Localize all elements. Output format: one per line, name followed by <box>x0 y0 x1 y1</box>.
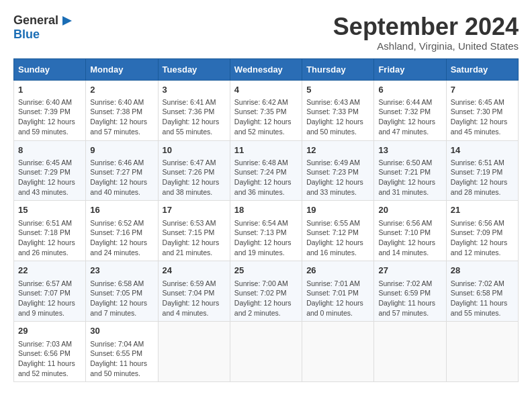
cell-info: Sunrise: 6:50 AMSunset: 7:21 PMDaylight:… <box>378 158 441 197</box>
calendar-cell: 11Sunrise: 6:48 AMSunset: 7:24 PMDayligh… <box>230 140 302 201</box>
cell-info: Sunrise: 6:52 AMSunset: 7:16 PMDaylight:… <box>90 218 153 258</box>
logo-arrow-icon <box>60 13 75 28</box>
calendar-cell: 23Sunrise: 6:58 AMSunset: 7:05 PMDayligh… <box>86 261 158 322</box>
day-number: 29 <box>18 325 81 337</box>
header-friday: Friday <box>374 58 446 80</box>
day-number: 24 <box>163 265 226 277</box>
calendar-cell: 9Sunrise: 6:46 AMSunset: 7:27 PMDaylight… <box>86 140 158 201</box>
page-header: General Blue September 2024 Ashland, Vir… <box>13 13 519 52</box>
day-number: 10 <box>163 144 226 156</box>
day-number: 13 <box>378 144 441 156</box>
cell-info: Sunrise: 6:42 AMSunset: 7:35 PMDaylight:… <box>234 97 298 137</box>
calendar-cell: 26Sunrise: 7:01 AMSunset: 7:01 PMDayligh… <box>302 261 374 322</box>
cell-info: Sunrise: 6:43 AMSunset: 7:33 PMDaylight:… <box>306 97 369 137</box>
day-number: 4 <box>234 84 298 96</box>
day-number: 23 <box>90 265 153 277</box>
calendar-cell: 19Sunrise: 6:55 AMSunset: 7:12 PMDayligh… <box>302 201 374 261</box>
cell-info: Sunrise: 6:49 AMSunset: 7:23 PMDaylight:… <box>306 158 369 197</box>
calendar-cell: 30Sunrise: 7:04 AMSunset: 6:55 PMDayligh… <box>86 322 158 382</box>
calendar-cell: 6Sunrise: 6:44 AMSunset: 7:32 PMDaylight… <box>374 80 446 140</box>
day-number: 30 <box>90 325 153 337</box>
cell-info: Sunrise: 7:00 AMSunset: 7:02 PMDaylight:… <box>234 279 298 318</box>
day-number: 28 <box>451 265 514 277</box>
calendar-cell: 16Sunrise: 6:52 AMSunset: 7:16 PMDayligh… <box>86 201 158 261</box>
day-number: 15 <box>18 204 81 216</box>
calendar-table: SundayMondayTuesdayWednesdayThursdayFrid… <box>13 58 519 383</box>
day-number: 1 <box>18 84 81 96</box>
cell-info: Sunrise: 6:41 AMSunset: 7:36 PMDaylight:… <box>163 97 226 137</box>
header-sunday: Sunday <box>14 58 86 80</box>
calendar-cell: 8Sunrise: 6:45 AMSunset: 7:29 PMDaylight… <box>14 140 86 201</box>
header-tuesday: Tuesday <box>158 58 230 80</box>
calendar-cell <box>374 322 446 382</box>
cell-info: Sunrise: 6:40 AMSunset: 7:38 PMDaylight:… <box>90 97 153 137</box>
cell-info: Sunrise: 7:01 AMSunset: 7:01 PMDaylight:… <box>306 279 369 318</box>
calendar-cell <box>302 322 374 382</box>
logo: General Blue <box>13 13 75 42</box>
day-number: 11 <box>234 144 298 156</box>
calendar-cell: 14Sunrise: 6:51 AMSunset: 7:19 PMDayligh… <box>446 140 518 201</box>
calendar-cell: 17Sunrise: 6:53 AMSunset: 7:15 PMDayligh… <box>158 201 230 261</box>
day-number: 12 <box>306 144 369 156</box>
cell-info: Sunrise: 6:46 AMSunset: 7:27 PMDaylight:… <box>90 158 153 197</box>
location: Ashland, Virginia, United States <box>333 40 519 52</box>
cell-info: Sunrise: 7:03 AMSunset: 6:56 PMDaylight:… <box>18 339 81 379</box>
calendar-cell: 4Sunrise: 6:42 AMSunset: 7:35 PMDaylight… <box>230 80 302 140</box>
calendar-cell: 25Sunrise: 7:00 AMSunset: 7:02 PMDayligh… <box>230 261 302 322</box>
calendar-cell: 7Sunrise: 6:45 AMSunset: 7:30 PMDaylight… <box>446 80 518 140</box>
month-title: September 2024 <box>333 13 519 40</box>
header-thursday: Thursday <box>302 58 374 80</box>
cell-info: Sunrise: 6:56 AMSunset: 7:09 PMDaylight:… <box>451 218 514 258</box>
calendar-cell: 1Sunrise: 6:40 AMSunset: 7:39 PMDaylight… <box>14 80 86 140</box>
calendar-week-3: 15Sunrise: 6:51 AMSunset: 7:18 PMDayligh… <box>14 201 519 261</box>
cell-info: Sunrise: 7:02 AMSunset: 6:59 PMDaylight:… <box>378 279 441 318</box>
cell-info: Sunrise: 7:02 AMSunset: 6:58 PMDaylight:… <box>451 279 514 318</box>
calendar-cell: 18Sunrise: 6:54 AMSunset: 7:13 PMDayligh… <box>230 201 302 261</box>
day-number: 26 <box>306 265 369 277</box>
day-number: 8 <box>18 144 81 156</box>
calendar-cell: 12Sunrise: 6:49 AMSunset: 7:23 PMDayligh… <box>302 140 374 201</box>
cell-info: Sunrise: 6:44 AMSunset: 7:32 PMDaylight:… <box>378 97 441 137</box>
calendar-cell: 13Sunrise: 6:50 AMSunset: 7:21 PMDayligh… <box>374 140 446 201</box>
calendar-cell: 21Sunrise: 6:56 AMSunset: 7:09 PMDayligh… <box>446 201 518 261</box>
day-number: 6 <box>378 84 441 96</box>
day-number: 18 <box>234 204 298 216</box>
calendar-week-4: 22Sunrise: 6:57 AMSunset: 7:07 PMDayligh… <box>14 261 519 322</box>
calendar-cell: 22Sunrise: 6:57 AMSunset: 7:07 PMDayligh… <box>14 261 86 322</box>
cell-info: Sunrise: 6:51 AMSunset: 7:18 PMDaylight:… <box>18 218 81 258</box>
day-number: 25 <box>234 265 298 277</box>
cell-info: Sunrise: 7:04 AMSunset: 6:55 PMDaylight:… <box>90 339 153 379</box>
calendar-cell <box>446 322 518 382</box>
cell-info: Sunrise: 6:53 AMSunset: 7:15 PMDaylight:… <box>163 218 226 258</box>
calendar-header-row: SundayMondayTuesdayWednesdayThursdayFrid… <box>14 58 519 80</box>
calendar-cell: 27Sunrise: 7:02 AMSunset: 6:59 PMDayligh… <box>374 261 446 322</box>
day-number: 21 <box>451 204 514 216</box>
calendar-cell: 2Sunrise: 6:40 AMSunset: 7:38 PMDaylight… <box>86 80 158 140</box>
day-number: 27 <box>378 265 441 277</box>
cell-info: Sunrise: 6:51 AMSunset: 7:19 PMDaylight:… <box>451 158 514 197</box>
calendar-week-5: 29Sunrise: 7:03 AMSunset: 6:56 PMDayligh… <box>14 322 519 382</box>
calendar-cell: 20Sunrise: 6:56 AMSunset: 7:10 PMDayligh… <box>374 201 446 261</box>
day-number: 7 <box>451 84 514 96</box>
day-number: 20 <box>378 204 441 216</box>
cell-info: Sunrise: 6:57 AMSunset: 7:07 PMDaylight:… <box>18 279 81 318</box>
cell-info: Sunrise: 6:58 AMSunset: 7:05 PMDaylight:… <box>90 279 153 318</box>
cell-info: Sunrise: 6:45 AMSunset: 7:30 PMDaylight:… <box>451 97 514 137</box>
calendar-week-1: 1Sunrise: 6:40 AMSunset: 7:39 PMDaylight… <box>14 80 519 140</box>
calendar-cell: 5Sunrise: 6:43 AMSunset: 7:33 PMDaylight… <box>302 80 374 140</box>
svg-marker-0 <box>62 16 72 26</box>
calendar-cell: 28Sunrise: 7:02 AMSunset: 6:58 PMDayligh… <box>446 261 518 322</box>
logo-text-general: General <box>13 14 58 28</box>
calendar-cell: 15Sunrise: 6:51 AMSunset: 7:18 PMDayligh… <box>14 201 86 261</box>
cell-info: Sunrise: 6:56 AMSunset: 7:10 PMDaylight:… <box>378 218 441 258</box>
header-wednesday: Wednesday <box>230 58 302 80</box>
day-number: 17 <box>163 204 226 216</box>
cell-info: Sunrise: 6:45 AMSunset: 7:29 PMDaylight:… <box>18 158 81 197</box>
day-number: 9 <box>90 144 153 156</box>
cell-info: Sunrise: 6:54 AMSunset: 7:13 PMDaylight:… <box>234 218 298 258</box>
calendar-cell: 3Sunrise: 6:41 AMSunset: 7:36 PMDaylight… <box>158 80 230 140</box>
cell-info: Sunrise: 6:40 AMSunset: 7:39 PMDaylight:… <box>18 97 81 137</box>
calendar-week-2: 8Sunrise: 6:45 AMSunset: 7:29 PMDaylight… <box>14 140 519 201</box>
calendar-cell <box>158 322 230 382</box>
cell-info: Sunrise: 6:47 AMSunset: 7:26 PMDaylight:… <box>163 158 226 197</box>
